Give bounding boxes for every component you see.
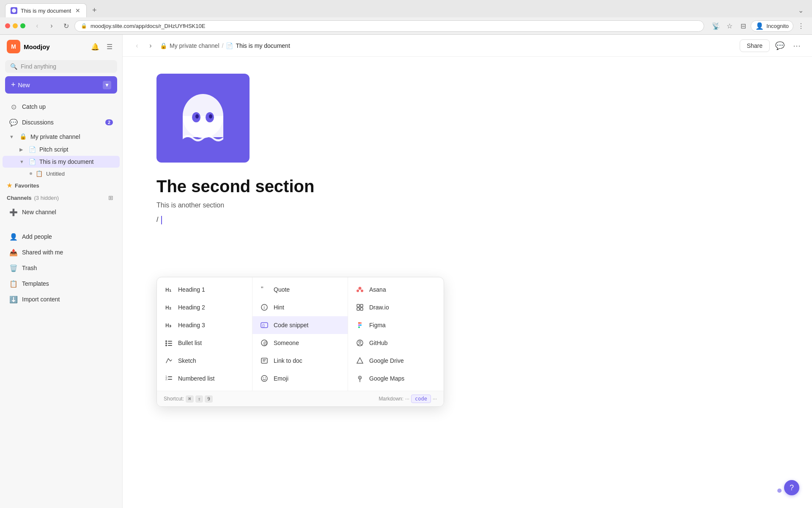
sidebar-item-add-people[interactable]: 👤 Add people [3,229,120,244]
slash-item-google-drive[interactable]: Google Drive [348,352,444,370]
doc-cursor-line[interactable]: / [156,214,778,225]
profile-label: Incognito [766,23,789,29]
more-button[interactable]: ⋯ [790,39,804,52]
maximize-button[interactable] [20,23,25,28]
bookmark-icon[interactable]: ☆ [724,20,735,32]
channel-name: My private channel [30,133,113,140]
search-icon: 🔍 [10,63,17,70]
channels-action-icon[interactable]: ⊞ [106,193,115,202]
tab-bar: This is my document ✕ + ⌄ [0,0,812,17]
discussions-badge: 2 [105,119,113,125]
key-9: 9 [205,395,213,403]
breadcrumb-doc[interactable]: This is my document [236,42,290,49]
heading1-icon: H₁ [164,284,174,295]
slash-item-label: Asana [369,286,386,293]
back-button[interactable]: ‹ [31,20,43,32]
channels-title: Channels [7,195,32,201]
doc-toggle-icon: ▼ [19,159,25,164]
slash-item-sketch[interactable]: Sketch [157,352,252,370]
svg-point-30 [261,375,267,381]
my-private-channel[interactable]: ▼ 🔒 My private channel [3,130,120,143]
slash-item-drawio[interactable]: Draw.io [348,298,444,316]
sidebar-toggle-button[interactable]: ☰ [104,41,115,52]
lock-icon: 🔒 [81,23,87,29]
forward-button[interactable]: › [46,20,58,32]
sidebar-item-trash[interactable]: 🗑️ Trash [3,260,120,276]
active-tab[interactable]: This is my document ✕ [5,3,87,17]
github-icon [355,338,365,348]
svg-point-10 [165,340,167,342]
slash-item-heading1[interactable]: H₁ Heading 1 [157,281,252,298]
slash-item-link-to-doc[interactable]: Link to doc [252,352,348,370]
url-bar[interactable]: 🔒 moodjoy.slite.com/app/docs/r_DHzUYfHSK… [74,20,704,32]
content-area[interactable]: The second section This is another secti… [123,57,812,508]
slash-item-figma[interactable]: Figma [348,316,444,334]
sidebar-item-catch-up[interactable]: ⊙ Catch up [3,99,120,114]
new-button[interactable]: + New ▼ [5,76,117,94]
slash-item-code-snippet[interactable]: {} Code snippet [252,316,348,334]
tab-close-button[interactable]: ✕ [74,7,81,14]
tab-favicon [11,7,17,14]
doc-item-pitch-script[interactable]: ▶ 📄 Pitch script [3,144,120,155]
sidebar-item-import[interactable]: ⬇️ Import content [3,292,120,307]
slash-item-heading2[interactable]: H₂ Heading 2 [157,298,252,316]
breadcrumb-lock-icon: 🔒 [160,42,167,49]
more-icon[interactable]: ⋮ [795,20,807,32]
workspace-avatar[interactable]: M [7,40,20,53]
close-button[interactable] [5,23,10,28]
comment-button[interactable]: 💬 [773,39,787,52]
emoji-icon [259,373,269,384]
browser-controls: ‹ › ↻ 🔒 moodjoy.slite.com/app/docs/r_DHz… [0,17,812,34]
back-arrow[interactable]: ‹ [131,40,143,52]
svg-rect-40 [358,322,360,324]
new-button-arrow[interactable]: ▼ [103,81,111,89]
doc-name-my-document: This is my document [39,158,113,165]
slash-item-bullet-list[interactable]: Bullet list [157,334,252,352]
share-button[interactable]: Share [740,39,770,52]
doc-hero-image [156,74,250,163]
breadcrumb-channel[interactable]: My private channel [170,42,219,49]
discussions-label: Discussions [22,119,101,126]
search-bar[interactable]: 🔍 Find anything [5,60,117,73]
slash-item-label: Heading 3 [178,322,205,329]
heading2-icon: H₂ [164,302,174,312]
sidebar-item-templates[interactable]: 📋 Templates [3,276,120,291]
slash-item-quote[interactable]: " Quote [252,281,348,298]
slash-item-google-maps[interactable]: Google Maps [348,370,444,387]
slash-command-menu: H₁ Heading 1 H₂ Heading 2 H₃ Heading 3 [156,277,444,407]
forward-arrow[interactable]: › [145,40,156,52]
tab-expand-button[interactable]: ⌄ [798,6,807,14]
top-bar-actions: Share 💬 ⋯ [740,39,804,52]
cursor-slash: / [156,216,158,223]
svg-text:": " [261,286,263,293]
cast-icon[interactable]: 📡 [710,20,722,32]
profile-button[interactable]: 👤 Incognito [751,20,793,32]
browser-action-buttons: 📡 ☆ ⊟ 👤 Incognito ⋮ [710,20,807,32]
channels-hidden-count: (3 hidden) [34,195,59,201]
help-button[interactable]: ? [784,480,799,495]
doc-item-this-is-my-document[interactable]: ▼ 📄 This is my document [3,156,120,168]
slash-item-emoji[interactable]: Emoji [252,370,348,387]
star-icon: ★ [7,182,12,189]
markdown-code-badge: code [411,395,431,403]
subdoc-item-untitled[interactable]: 📋 Untitled [3,168,120,179]
notifications-button[interactable]: 🔔 [89,41,101,52]
reload-button[interactable]: ↻ [60,20,72,32]
new-tab-button[interactable]: + [88,5,100,17]
sidebar-item-discussions[interactable]: 💬 Discussions 2 [3,115,120,130]
quote-icon: " [259,284,269,295]
slash-item-label: Sketch [178,357,196,364]
slash-item-github[interactable]: GitHub [348,334,444,352]
slash-item-hint[interactable]: i Hint [252,298,348,316]
split-view-icon[interactable]: ⊟ [737,20,749,32]
slash-item-someone[interactable]: @ Someone [252,334,348,352]
google-maps-icon [355,373,365,384]
minimize-button[interactable] [13,23,18,28]
sidebar-item-new-channel[interactable]: ➕ New channel [3,204,120,220]
key-cmd: ⌘ [186,395,194,403]
slash-item-numbered-list[interactable]: 1.2. Numbered list [157,370,252,387]
slash-item-asana[interactable]: Asana [348,281,444,298]
sidebar-item-shared[interactable]: 📤 Shared with me [3,245,120,260]
svg-rect-17 [168,376,172,377]
slash-item-heading3[interactable]: H₃ Heading 3 [157,316,252,334]
